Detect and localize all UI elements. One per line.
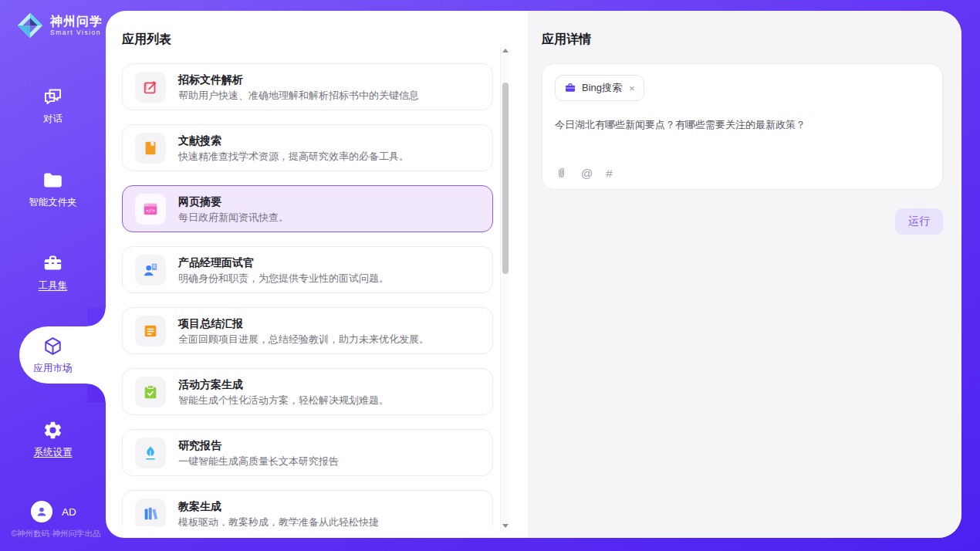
app-card-活动方案生成[interactable]: 活动方案生成 智能生成个性化活动方案，轻松解决规划难题。 [122,368,493,415]
browser-code-icon: </> [135,194,166,225]
tool-chip-label: Bing搜索 [582,81,622,95]
app-name: 项目总结汇报 [178,316,429,330]
query-input[interactable]: 今日湖北有哪些新闻要点？有哪些需要关注的最新政策？ [555,118,930,167]
app-description: 一键智能生成高质量长文本研究报告 [178,455,339,468]
prompt-input-card: Bing搜索 × 今日湖北有哪些新闻要点？有哪些需要关注的最新政策？ @ # [542,63,943,190]
app-list-panel: 应用列表 招标文件解析 帮助用户快速、准确地理解和解析招标书中的关键信息 文献搜… [106,11,528,538]
hash-icon[interactable]: # [606,167,612,179]
scrollbar-thumb[interactable] [502,83,509,274]
brand-subtitle: Smart Vision [50,29,103,36]
app-name: 产品经理面试官 [178,255,389,269]
attachment-toolbar: @ # [555,167,930,180]
app-card-产品经理面试官[interactable]: 产品经理面试官 明确身份和职责，为您提供专业性的面试问题。 [122,246,493,293]
svg-text:</>: </> [146,208,155,214]
app-name: 研究报告 [178,438,339,452]
app-card-文献搜索[interactable]: 文献搜索 快速精准查找学术资源，提高研究效率的必备工具。 [122,124,493,171]
brand-logo: 神州问学 Smart Vision [15,11,103,40]
sidebar-item-label: 智能文件夹 [0,196,106,209]
ink-pen-icon [135,438,166,468]
avatar[interactable] [31,501,52,522]
sidebar-item-label: 应用市场 [0,362,106,375]
user-account[interactable]: AD [31,501,76,522]
app-list-title: 应用列表 [122,31,528,48]
app-description: 快速精准查找学术资源，提高研究效率的必备工具。 [178,150,409,163]
at-icon[interactable]: @ [581,167,593,179]
scroll-down-arrow-icon[interactable] [501,521,510,530]
app-name: 网页摘要 [178,194,289,208]
tool-chip-bing-search[interactable]: Bing搜索 × [555,75,644,101]
paperclip-icon[interactable] [555,167,568,180]
main-content: 应用列表 招标文件解析 帮助用户快速、准确地理解和解析招标书中的关键信息 文献搜… [106,11,961,538]
app-description: 每日政府新闻资讯快查。 [178,211,289,224]
sidebar-item-对话[interactable]: 对话 [0,86,106,126]
sidebar-item-label: 系统设置 [0,446,106,459]
brand-name: 神州问学 [50,15,103,29]
active-nav-curve-top [87,308,106,326]
app-description: 帮助用户快速、准确地理解和解析招标书中的关键信息 [178,90,419,102]
app-name: 文献搜索 [178,134,409,147]
diamond-logo-icon [15,11,45,40]
sidebar-item-系统设置[interactable]: 系统设置 [0,420,106,459]
user-initials: AD [62,506,76,518]
books-icon [135,499,166,527]
sidebar-item-智能文件夹[interactable]: 智能文件夹 [0,170,106,209]
app-detail-title: 应用详情 [542,31,943,48]
app-card-招标文件解析[interactable]: 招标文件解析 帮助用户快速、准确地理解和解析招标书中的关键信息 [122,63,493,110]
sidebar-item-工具集[interactable]: 工具集 [0,253,106,292]
app-card-网页摘要[interactable]: </> 网页摘要 每日政府新闻资讯快查。 [122,185,493,232]
sidebar-item-label: 工具集 [0,279,106,292]
app-description: 模板驱动，教案秒成，教学准备从此轻松快捷 [178,516,379,527]
scroll-up-arrow-icon[interactable] [501,46,510,55]
sidebar: 神州问学 Smart Vision 对话 智能文件夹 工具集 应用市场 系统设置 [0,0,106,551]
app-detail-panel: 应用详情 Bing搜索 × 今日湖北有哪些新闻要点？有哪些需要关注的最新政策？ … [528,11,961,538]
run-row: 运行 [542,208,943,235]
app-card-教案生成[interactable]: 教案生成 模板驱动，教案秒成，教学准备从此轻松快捷 [122,490,493,526]
scrollbar[interactable] [500,44,509,532]
app-card-研究报告[interactable]: 研究报告 一键智能生成高质量长文本研究报告 [122,429,493,476]
app-description: 智能生成个性化活动方案，轻松解决规划难题。 [178,394,389,407]
cube-icon [42,336,63,357]
clipboard-check-icon [135,377,166,407]
app-card-项目总结汇报[interactable]: 项目总结汇报 全面回顾项目进展，总结经验教训，助力未来优化发展。 [122,307,493,354]
toolbox-icon [42,253,63,274]
app-card-list: 招标文件解析 帮助用户快速、准确地理解和解析招标书中的关键信息 文献搜索 快速精… [122,63,528,526]
sidebar-item-label: 对话 [0,113,106,126]
interviewer-icon [135,255,166,286]
folder-icon [42,170,63,191]
briefcase-icon [564,82,576,94]
edit-doc-icon [135,72,166,103]
active-nav-curve-bottom [87,384,106,402]
sidebar-item-应用市场[interactable]: 应用市场 [0,336,106,375]
report-note-icon [135,316,166,346]
close-icon[interactable]: × [629,83,635,93]
chat-icon [42,86,63,107]
person-icon [35,505,49,519]
app-description: 明确身份和职责，为您提供专业性的面试问题。 [178,272,389,285]
app-description: 全面回顾项目进展，总结经验教训，助力未来优化发展。 [178,333,429,346]
app-name: 教案生成 [178,499,379,513]
gear-icon [42,420,63,441]
copyright-text: ©神州数码·神州问学出品 [6,529,106,539]
app-name: 招标文件解析 [178,73,419,86]
run-button[interactable]: 运行 [895,208,943,235]
app-name: 活动方案生成 [178,377,389,391]
book-icon [135,133,166,164]
